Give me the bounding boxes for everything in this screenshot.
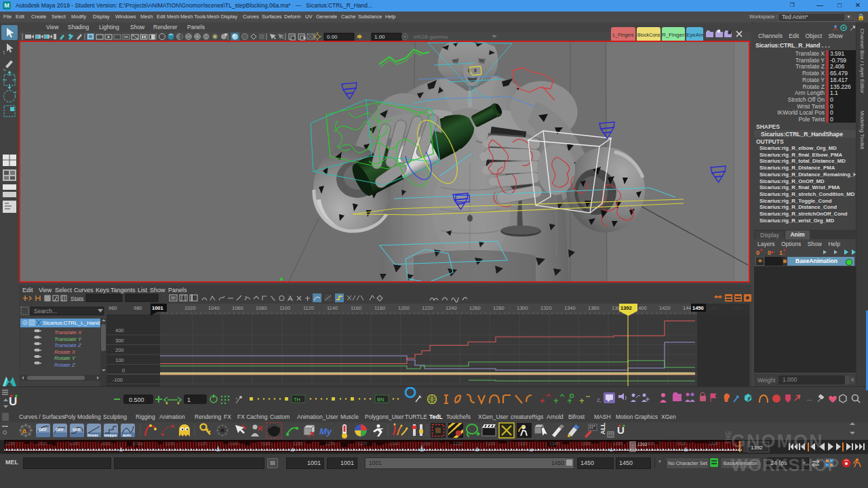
svg-text:1080: 1080 <box>133 441 143 446</box>
svg-text:Search...: Search... <box>34 308 57 314</box>
svg-text:Keys: Keys <box>96 287 110 293</box>
svg-text:1320: 1320 <box>540 305 552 311</box>
svg-text:View: View <box>39 287 52 293</box>
svg-text:0: 0 <box>122 367 125 373</box>
svg-text:Panels: Panels <box>168 287 187 293</box>
svg-text:1060: 1060 <box>101 441 111 446</box>
svg-text:1260: 1260 <box>469 305 481 311</box>
svg-text:1200: 1200 <box>326 441 336 446</box>
svg-text:Tangents: Tangents <box>111 287 136 293</box>
svg-text:1040: 1040 <box>69 441 79 446</box>
svg-text:Sicarius:CTRL_L_Hand: Sicarius:CTRL_L_Hand <box>43 320 100 326</box>
svg-text:1100: 1100 <box>165 441 175 446</box>
svg-text:1392: 1392 <box>620 305 632 311</box>
svg-text:Edit: Edit <box>22 287 33 293</box>
svg-text:1180: 1180 <box>374 305 385 311</box>
svg-text:Select: Select <box>55 287 73 293</box>
svg-text:1.00: 1.00 <box>374 34 385 40</box>
svg-text:400: 400 <box>115 327 124 333</box>
svg-text:960: 960 <box>108 305 117 311</box>
svg-text:1020: 1020 <box>184 305 196 311</box>
svg-text:200: 200 <box>115 347 124 353</box>
svg-text:a: a <box>22 426 27 434</box>
svg-text:1340: 1340 <box>549 441 559 446</box>
svg-text:1220: 1220 <box>357 441 368 446</box>
svg-text:Rotate Y: Rotate Y <box>54 355 76 361</box>
svg-text:1120: 1120 <box>197 441 207 446</box>
svg-text:1280: 1280 <box>453 441 463 446</box>
svg-text:1300: 1300 <box>486 441 496 446</box>
svg-text:1100: 1100 <box>279 305 290 311</box>
svg-text:100: 100 <box>115 357 124 363</box>
svg-text:TH: TH <box>294 396 300 403</box>
svg-text:0.00: 0.00 <box>327 34 338 40</box>
svg-text:ALL: ALL <box>599 422 606 434</box>
svg-text:1260: 1260 <box>421 441 431 446</box>
svg-text:linear: linear <box>87 433 99 437</box>
svg-text:Stats: Stats <box>71 296 83 302</box>
svg-text:-100: -100 <box>113 377 123 383</box>
svg-text:OFF: OFF <box>56 428 64 432</box>
svg-text:My: My <box>319 426 332 436</box>
svg-text:Translate Z: Translate Z <box>54 342 82 348</box>
svg-text:1392: 1392 <box>637 442 648 447</box>
svg-text:Rotate X: Rotate X <box>54 349 76 355</box>
svg-text:1: 1 <box>187 396 191 403</box>
svg-text:1240: 1240 <box>446 305 457 311</box>
svg-text:OFF: OFF <box>73 428 81 432</box>
svg-text:1160: 1160 <box>261 441 271 446</box>
svg-text:1360: 1360 <box>581 441 591 446</box>
svg-text:1001: 1001 <box>152 305 163 311</box>
svg-text:OFF: OFF <box>39 428 47 432</box>
svg-text:Translate Y: Translate Y <box>54 336 82 342</box>
svg-text:0.500: 0.500 <box>129 396 144 403</box>
svg-text:1140: 1140 <box>327 305 338 311</box>
svg-text:1: 1 <box>779 249 783 256</box>
svg-text:1380: 1380 <box>613 441 623 446</box>
svg-text:1020: 1020 <box>37 441 47 446</box>
svg-text:1160: 1160 <box>351 305 361 311</box>
svg-text:List: List <box>138 287 148 293</box>
svg-text:steppe: steppe <box>104 433 117 437</box>
svg-text:980: 980 <box>134 305 142 311</box>
svg-text:1420: 1420 <box>677 441 687 446</box>
svg-text:Rotate Z: Rotate Z <box>54 362 76 368</box>
svg-text:1120: 1120 <box>303 305 314 311</box>
svg-text:U: U <box>9 395 17 408</box>
svg-text:1300: 1300 <box>517 305 528 311</box>
svg-text:...: ... <box>807 395 812 402</box>
svg-text:1320: 1320 <box>517 441 528 446</box>
svg-text:Translate X: Translate X <box>54 329 82 336</box>
svg-text:auto: auto <box>123 433 132 437</box>
svg-text:1080: 1080 <box>256 305 267 311</box>
svg-text:1000: 1000 <box>5 441 16 446</box>
svg-text:0: 0 <box>768 249 771 256</box>
svg-text:1220: 1220 <box>422 305 433 311</box>
svg-text:300: 300 <box>115 338 124 344</box>
svg-text:2,: 2, <box>597 397 601 403</box>
svg-text:Show: Show <box>150 287 165 293</box>
svg-text:1450: 1450 <box>692 305 704 311</box>
svg-text:0: 0 <box>756 249 760 256</box>
svg-text:1040: 1040 <box>208 305 220 311</box>
svg-text:sRGB gamma: sRGB gamma <box>414 34 448 40</box>
svg-text:1280: 1280 <box>493 305 505 311</box>
svg-text:1140: 1140 <box>229 441 239 446</box>
svg-text:1340: 1340 <box>564 305 576 311</box>
svg-text:BN: BN <box>377 396 384 403</box>
svg-text:1060: 1060 <box>232 305 243 311</box>
svg-text:1440: 1440 <box>709 441 719 446</box>
svg-text:1180: 1180 <box>293 441 302 446</box>
svg-text:1360: 1360 <box>588 305 599 311</box>
svg-text:1200: 1200 <box>398 305 410 311</box>
svg-text:Curves: Curves <box>74 287 94 293</box>
svg-text:1240: 1240 <box>389 441 399 446</box>
svg-text:1420: 1420 <box>659 305 671 311</box>
